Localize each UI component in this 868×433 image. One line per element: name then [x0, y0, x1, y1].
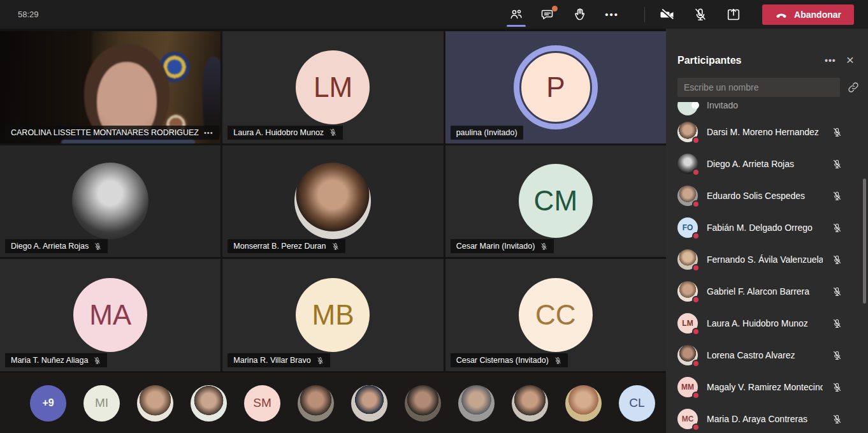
- tile-menu-icon[interactable]: •••: [204, 129, 213, 136]
- raise-hand-button[interactable]: [567, 2, 593, 27]
- mic-off-icon: [832, 159, 843, 170]
- search-input[interactable]: [677, 78, 840, 97]
- participant-name: Marina R. Villar Bravo: [233, 356, 310, 365]
- toolbar-center-group: •••: [503, 2, 654, 27]
- participant-avatar: MC: [677, 409, 698, 429]
- busy-status-dot: [692, 232, 700, 240]
- scrollbar-thumb[interactable]: [863, 179, 866, 304]
- busy-status-dot: [692, 168, 700, 176]
- participants-list: Invitado Darsi M. Moreno Hernandez Diego…: [666, 102, 868, 433]
- badge-count: +9: [42, 397, 54, 409]
- mic-off-icon: [832, 414, 843, 425]
- initials-avatar: CC: [519, 278, 593, 352]
- participant-row[interactable]: Lorena Castro Alvarez: [666, 339, 868, 371]
- photo-avatar: [72, 163, 148, 239]
- participant-row[interactable]: Eduardo Solis Cespedes: [666, 180, 868, 212]
- people-icon: [509, 7, 524, 22]
- strip-avatar-initials[interactable]: SM: [244, 385, 280, 422]
- participant-row[interactable]: LM Laura A. Huidobro Munoz: [666, 307, 868, 339]
- strip-avatar-photo[interactable]: [458, 385, 495, 422]
- video-tile-marina[interactable]: MB Marina R. Villar Bravo: [222, 259, 443, 371]
- status-dot: [691, 102, 699, 109]
- video-tile-monserrat[interactable]: Monserrat B. Perez Duran: [222, 145, 443, 258]
- meeting-toolbar: 58:29 •••: [0, 0, 868, 29]
- participant-name: Maria D. Araya Contreras: [707, 414, 823, 424]
- participant-avatar: [677, 249, 698, 270]
- participant-name: Diego A. Arrieta Rojas: [11, 242, 89, 251]
- strip-avatar-photo[interactable]: [512, 385, 548, 422]
- participant-row[interactable]: FO Fabián M. Delgado Orrego: [666, 212, 868, 244]
- mic-off-icon: [832, 254, 843, 265]
- participant-avatar: [677, 186, 698, 206]
- avatar-initials: CL: [629, 396, 644, 410]
- participant-row[interactable]: Gabriel F. Alarcon Barrera: [666, 275, 868, 307]
- leave-meeting-button[interactable]: Abandonar: [762, 4, 854, 25]
- avatar-initials: MI: [95, 396, 108, 410]
- close-icon[interactable]: ×: [839, 52, 857, 69]
- video-tile-cesar-cisternas[interactable]: CC Cesar Cisternas (Invitado): [445, 259, 666, 371]
- strip-avatar-photo[interactable]: [191, 385, 227, 422]
- participant-avatar: [677, 281, 698, 302]
- mic-toggle-button[interactable]: [687, 2, 714, 27]
- mic-off-icon: [93, 356, 101, 365]
- camera-off-icon: [660, 7, 675, 22]
- video-tile-carolina[interactable]: CAROLINA LISSETTE MONTANARES RODRIGUEZ •…: [0, 31, 221, 143]
- video-tile-paulina[interactable]: P paulina (Invitado): [445, 31, 666, 143]
- mic-off-icon: [832, 223, 843, 233]
- strip-avatar-photo[interactable]: [351, 385, 387, 422]
- strip-avatar-photo[interactable]: [137, 385, 173, 422]
- share-screen-button[interactable]: [720, 2, 747, 27]
- strip-avatar-initials[interactable]: CL: [619, 385, 655, 422]
- active-tab-underline: [507, 25, 526, 27]
- search-row: [666, 69, 868, 97]
- avatar-initials: MC: [682, 415, 694, 423]
- speaking-indicator-ring: P: [514, 45, 598, 129]
- link-icon[interactable]: [846, 80, 860, 94]
- mic-off-icon: [316, 356, 324, 365]
- participant-name: Gabriel F. Alarcon Barrera: [707, 286, 823, 297]
- strip-avatar-initials[interactable]: MI: [83, 385, 120, 422]
- busy-status-dot: [692, 392, 700, 399]
- strip-avatar-photo[interactable]: [298, 385, 334, 422]
- panel-more-icon[interactable]: •••: [822, 53, 839, 68]
- leave-button-label: Abandonar: [794, 10, 841, 20]
- mic-off-icon: [540, 242, 548, 251]
- participant-row[interactable]: MC Maria D. Araya Contreras: [666, 403, 868, 433]
- participant-name: Lorena Castro Alvarez: [707, 350, 823, 360]
- video-tile-maria[interactable]: MA Maria T. Nuñez Aliaga: [0, 259, 221, 371]
- meeting-timer: 58:29: [18, 10, 39, 19]
- participant-name: Cesar Cisternas (Invitado): [456, 356, 549, 365]
- more-actions-button[interactable]: •••: [598, 2, 625, 27]
- strip-avatar-photo[interactable]: [405, 385, 441, 422]
- participant-row[interactable]: MM Magaly V. Ramirez Montecinos: [666, 371, 868, 403]
- initials-avatar: P: [519, 51, 592, 124]
- video-tile-laura[interactable]: LM Laura A. Huidobro Munoz: [222, 31, 443, 143]
- strip-avatar-photo[interactable]: [565, 385, 602, 422]
- mic-off-icon: [554, 356, 562, 365]
- name-tag: Cesar Cisternas (Invitado): [451, 353, 568, 367]
- participant-name: Darsi M. Moreno Hernandez: [707, 127, 823, 137]
- chat-button[interactable]: [535, 2, 561, 27]
- photo-avatar: [294, 163, 371, 239]
- show-participants-button[interactable]: [503, 2, 530, 27]
- participant-row[interactable]: Fernando S. Ávila Valenzuela: [666, 244, 868, 275]
- initials-avatar: MA: [73, 278, 147, 352]
- chat-notification-dot: [552, 6, 558, 11]
- video-tile-diego[interactable]: Diego A. Arrieta Rojas: [0, 145, 221, 258]
- camera-toggle-button[interactable]: [654, 2, 681, 27]
- participant-avatar: [677, 102, 698, 115]
- video-tile-cesar-marin[interactable]: CM Cesar Marin (Invitado): [445, 145, 666, 258]
- mic-off-icon: [693, 7, 708, 22]
- name-tag: Cesar Marin (Invitado): [451, 239, 554, 253]
- participant-avatar: FO: [677, 217, 698, 238]
- participant-row[interactable]: Invitado: [666, 102, 868, 116]
- more-participants-badge[interactable]: +9: [30, 385, 66, 422]
- video-stage: CAROLINA LISSETTE MONTANARES RODRIGUEZ •…: [0, 29, 666, 433]
- participant-row[interactable]: Diego A. Arrieta Rojas: [666, 148, 868, 180]
- avatar-initials: LM: [682, 319, 693, 328]
- name-tag: Marina R. Villar Bravo: [228, 353, 329, 367]
- participant-avatar: [677, 122, 698, 142]
- participant-name: Magaly V. Ramirez Montecinos: [707, 382, 823, 392]
- participant-row[interactable]: Darsi M. Moreno Hernandez: [666, 116, 868, 148]
- participant-name: Maria T. Nuñez Aliaga: [11, 356, 88, 365]
